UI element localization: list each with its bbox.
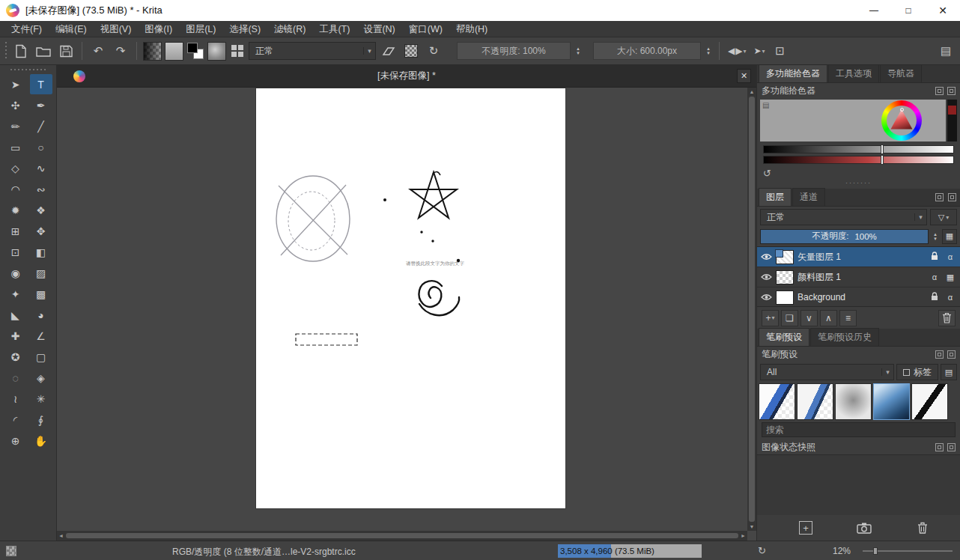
- tab-layers[interactable]: 图层: [759, 188, 792, 206]
- last-colors-strip[interactable]: [947, 100, 957, 141]
- toolbox-grip[interactable]: [10, 67, 46, 73]
- menu-edit[interactable]: 编辑(E): [49, 21, 94, 37]
- tool-similar-select[interactable]: ✳: [30, 389, 52, 409]
- selector-settings-icon[interactable]: ▤: [762, 101, 769, 109]
- float-dock-icon[interactable]: [935, 443, 944, 451]
- tool-rect-select[interactable]: ▢: [30, 347, 52, 367]
- close-dock-icon[interactable]: [947, 350, 956, 359]
- sync-icon[interactable]: ↻: [758, 545, 766, 556]
- tool-text[interactable]: T: [30, 74, 52, 94]
- layer-lock-icon[interactable]: [929, 252, 941, 262]
- tool-line[interactable]: ╱: [30, 116, 52, 136]
- preset-display-config-button[interactable]: ▤: [941, 364, 957, 380]
- brush-pattern-chip[interactable]: [207, 42, 226, 61]
- gradient-chooser-swatch[interactable]: [143, 42, 162, 61]
- alpha-lock-icon[interactable]: α: [944, 293, 956, 302]
- tool-ellipse[interactable]: ○: [30, 137, 52, 157]
- tool-select-shapes[interactable]: ➤: [4, 74, 27, 94]
- color-wheel[interactable]: [881, 100, 922, 141]
- foreground-background-color-chip[interactable]: [186, 42, 204, 60]
- tool-freehand-select[interactable]: ≀: [4, 389, 27, 409]
- brush-preset-thumbnail[interactable]: [797, 383, 833, 420]
- workspace-chooser-icon[interactable]: [229, 43, 246, 59]
- inherit-alpha-icon[interactable]: ▦: [944, 273, 956, 282]
- tool-calligraphy[interactable]: ✒: [30, 95, 52, 115]
- brush-preset-thumbnail[interactable]: [759, 383, 795, 420]
- horizontal-scrollbar[interactable]: ◄ ►: [57, 531, 747, 541]
- minimize-button[interactable]: —: [857, 0, 891, 21]
- layer-properties-button[interactable]: ≡: [839, 310, 857, 326]
- document-close-button[interactable]: ✕: [737, 69, 751, 83]
- brush-preset-thumbnail[interactable]: [835, 383, 872, 420]
- menu-image[interactable]: 图像(I): [138, 21, 179, 37]
- float-dock-icon[interactable]: [935, 193, 944, 201]
- layer-lock-icon[interactable]: [929, 292, 941, 302]
- tool-colorize-mask[interactable]: ✦: [4, 284, 27, 304]
- tool-bezier-select[interactable]: ◜: [4, 410, 27, 430]
- tool-reference-images[interactable]: ✪: [4, 347, 27, 367]
- advanced-color-selector[interactable]: ▤: [760, 100, 957, 141]
- opacity-slider[interactable]: 不透明度: 100%: [457, 42, 571, 60]
- fill-chooser-swatch[interactable]: [165, 42, 183, 61]
- tool-color-sampler[interactable]: ◉: [4, 263, 27, 283]
- float-dock-icon[interactable]: [935, 87, 944, 95]
- preset-tag-filter-dropdown[interactable]: All ▾: [760, 364, 894, 380]
- zoom-slider[interactable]: [863, 550, 953, 552]
- tool-measure[interactable]: ∠: [30, 326, 52, 346]
- menu-help[interactable]: 帮助(H): [449, 21, 494, 37]
- opacity-spinner[interactable]: ▴▾: [574, 46, 583, 55]
- layer-row-vector[interactable]: 矢量图层 1 α: [757, 247, 960, 267]
- move-layer-up-button[interactable]: ∧: [820, 310, 837, 326]
- new-document-button[interactable]: [11, 41, 31, 61]
- tool-gradient[interactable]: ◧: [30, 242, 52, 262]
- canvas-page[interactable]: 请替换此段文字为你的文字: [256, 88, 565, 508]
- layer-options-button[interactable]: ▦: [942, 229, 957, 244]
- tool-polygon-select[interactable]: ◈: [30, 368, 52, 388]
- tool-zoom[interactable]: ⊕: [4, 430, 27, 451]
- scroll-left-icon[interactable]: ◄: [57, 533, 65, 538]
- tool-enclose-fill[interactable]: ◕: [30, 305, 52, 325]
- redo-button[interactable]: ↷: [111, 41, 130, 61]
- horizontal-scrollbar-thumb[interactable]: [66, 533, 738, 538]
- brush-size-spinner[interactable]: ▴▾: [704, 46, 713, 55]
- tool-pan[interactable]: ✋: [30, 430, 52, 451]
- float-dock-icon[interactable]: [935, 350, 944, 359]
- layer-row-background[interactable]: Background α: [757, 287, 960, 306]
- menu-view[interactable]: 视图(V): [94, 21, 139, 37]
- layer-filter-button[interactable]: ▽ ▾: [930, 209, 957, 225]
- tool-fill[interactable]: ◣: [4, 305, 27, 325]
- brush-preset-thumbnail-selected[interactable]: [873, 383, 910, 420]
- close-dock-icon[interactable]: [947, 87, 956, 95]
- tool-multibrush[interactable]: ❖: [30, 200, 52, 220]
- tab-brush-presets[interactable]: 笔刷预设: [759, 328, 809, 346]
- tool-assistants[interactable]: ✚: [4, 326, 27, 346]
- tab-advanced-color-selector[interactable]: 多功能拾色器: [759, 64, 827, 82]
- layer-opacity-spinner[interactable]: ▴▾: [931, 232, 940, 241]
- tool-bezier-curve[interactable]: ◠: [4, 179, 27, 199]
- scroll-up-icon[interactable]: ▲: [750, 88, 755, 96]
- tool-ellipse-select[interactable]: ◌: [4, 368, 27, 388]
- status-swatch-icon[interactable]: [6, 546, 16, 556]
- menu-layer[interactable]: 图层(L): [179, 21, 222, 37]
- color-selector-box[interactable]: ▤: [760, 100, 946, 141]
- color-slider-handle[interactable]: [881, 156, 883, 164]
- alpha-lock-icon[interactable]: α: [929, 273, 941, 281]
- close-button[interactable]: ✕: [926, 0, 960, 21]
- refresh-icon[interactable]: ↺: [763, 168, 771, 179]
- tool-polygon[interactable]: ◇: [4, 158, 27, 178]
- horizontal-mirror-button[interactable]: ◀▶▾: [726, 41, 748, 61]
- tool-transform[interactable]: ⊞: [4, 221, 27, 241]
- value-slider-bar[interactable]: [763, 145, 954, 153]
- tool-crop[interactable]: ⊡: [4, 242, 27, 262]
- brush-size-slider[interactable]: 大小: 600.00px: [593, 42, 701, 60]
- value-slider-handle[interactable]: [881, 145, 883, 153]
- tool-smart-patch[interactable]: ▩: [30, 284, 52, 304]
- menu-window[interactable]: 窗口(W): [402, 21, 449, 37]
- add-snapshot-button[interactable]: +: [796, 519, 815, 537]
- vertical-scrollbar-thumb[interactable]: [749, 97, 755, 522]
- tab-navigator[interactable]: 导航器: [880, 64, 922, 82]
- tool-magnetic-select[interactable]: ∮: [30, 410, 52, 430]
- tool-move[interactable]: ✥: [30, 221, 52, 241]
- tool-pattern-edit[interactable]: ▨: [30, 263, 52, 283]
- scroll-right-icon[interactable]: ►: [739, 533, 747, 538]
